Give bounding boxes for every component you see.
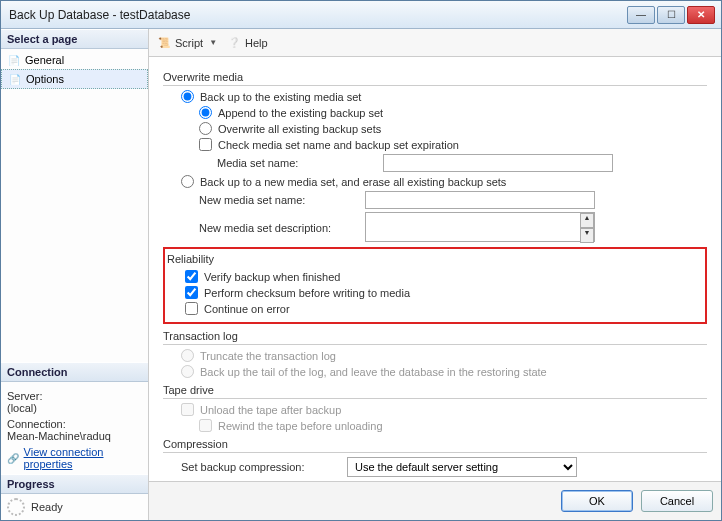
media-set-name-label: Media set name:: [217, 157, 377, 169]
script-icon: 📜: [157, 36, 171, 50]
append-existing-radio[interactable]: [199, 106, 212, 119]
new-media-name-input[interactable]: [365, 191, 595, 209]
properties-icon: 🔗: [7, 451, 20, 465]
verify-backup-checkbox[interactable]: [185, 270, 198, 283]
sidebar-item-label: General: [25, 54, 64, 66]
unload-tape-label: Unload the tape after backup: [200, 404, 341, 416]
titlebar: Back Up Database - testDatabase — ☐ ✕: [1, 1, 721, 29]
reliability-group: Reliability: [167, 253, 703, 267]
desc-spinner[interactable]: ▲▼: [580, 213, 594, 243]
connection-info: Server: (local) Connection: Mean-Machine…: [1, 382, 148, 474]
server-label: Server:: [7, 390, 142, 402]
backup-new-label: Back up to a new media set, and erase al…: [200, 176, 506, 188]
new-media-desc-label: New media set description:: [199, 222, 359, 234]
progress-status: Ready: [31, 501, 63, 513]
perform-checksum-label: Perform checksum before writing to media: [204, 287, 410, 299]
compression-group: Compression: [163, 438, 707, 453]
ok-button[interactable]: OK: [561, 490, 633, 512]
backup-tail-label: Back up the tail of the log, and leave t…: [200, 366, 547, 378]
view-connection-link[interactable]: View connection properties: [24, 446, 142, 470]
toolbar: 📜 Script ▼ ❔ Help: [149, 29, 721, 57]
cancel-button[interactable]: Cancel: [641, 490, 713, 512]
dialog-window: Back Up Database - testDatabase — ☐ ✕ Se…: [0, 0, 722, 521]
progress-spinner-icon: [7, 498, 25, 516]
dropdown-caret-icon: ▼: [209, 38, 217, 47]
sidebar-item-label: Options: [26, 73, 64, 85]
reliability-highlight: Reliability Verify backup when finished …: [163, 247, 707, 324]
append-existing-label: Append to the existing backup set: [218, 107, 383, 119]
media-set-name-input[interactable]: [383, 154, 613, 172]
compression-select[interactable]: Use the default server setting: [347, 457, 577, 477]
page-icon: 📄: [7, 53, 21, 67]
truncate-log-label: Truncate the transaction log: [200, 350, 336, 362]
conn-label: Connection:: [7, 418, 142, 430]
conn-value: Mean-Machine\raduq: [7, 430, 142, 442]
backup-tail-radio: [181, 365, 194, 378]
overwrite-all-radio[interactable]: [199, 122, 212, 135]
backup-existing-radio[interactable]: [181, 90, 194, 103]
close-button[interactable]: ✕: [687, 6, 715, 24]
new-media-desc-input[interactable]: [365, 212, 595, 242]
transaction-log-group: Transaction log: [163, 330, 707, 345]
minimize-button[interactable]: —: [627, 6, 655, 24]
sidebar: Select a page 📄 General 📄 Options Connec…: [1, 29, 149, 520]
unload-tape-checkbox: [181, 403, 194, 416]
maximize-button[interactable]: ☐: [657, 6, 685, 24]
backup-new-radio[interactable]: [181, 175, 194, 188]
continue-error-checkbox[interactable]: [185, 302, 198, 315]
page-icon: 📄: [8, 72, 22, 86]
backup-existing-label: Back up to the existing media set: [200, 91, 361, 103]
script-button[interactable]: 📜 Script ▼: [157, 36, 217, 50]
server-value: (local): [7, 402, 142, 414]
help-icon: ❔: [227, 36, 241, 50]
new-media-name-label: New media set name:: [199, 194, 359, 206]
continue-error-label: Continue on error: [204, 303, 290, 315]
tape-drive-group: Tape drive: [163, 384, 707, 399]
check-media-checkbox[interactable]: [199, 138, 212, 151]
set-compression-label: Set backup compression:: [181, 461, 341, 473]
progress-header: Progress: [1, 474, 148, 494]
connection-header: Connection: [1, 362, 148, 382]
help-button[interactable]: ❔ Help: [227, 36, 268, 50]
rewind-tape-checkbox: [199, 419, 212, 432]
options-panel: Overwrite media Back up to the existing …: [149, 57, 721, 481]
rewind-tape-label: Rewind the tape before unloading: [218, 420, 383, 432]
perform-checksum-checkbox[interactable]: [185, 286, 198, 299]
overwrite-all-label: Overwrite all existing backup sets: [218, 123, 381, 135]
sidebar-item-options[interactable]: 📄 Options: [1, 69, 148, 89]
verify-backup-label: Verify backup when finished: [204, 271, 340, 283]
dialog-footer: OK Cancel: [149, 481, 721, 520]
check-media-label: Check media set name and backup set expi…: [218, 139, 459, 151]
select-page-header: Select a page: [1, 29, 148, 49]
truncate-log-radio: [181, 349, 194, 362]
window-title: Back Up Database - testDatabase: [9, 8, 627, 22]
sidebar-item-general[interactable]: 📄 General: [1, 51, 148, 69]
overwrite-media-group: Overwrite media: [163, 71, 707, 86]
